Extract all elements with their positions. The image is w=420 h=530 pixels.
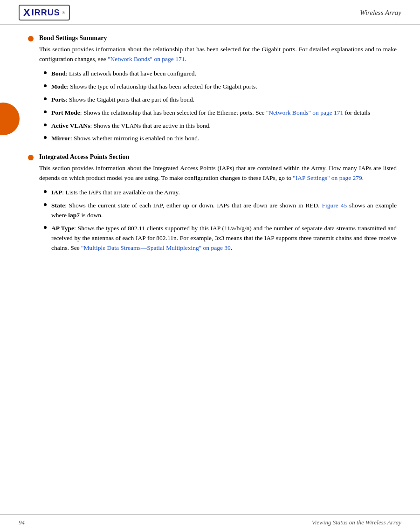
bullet-dot	[44, 110, 47, 113]
iap-sub-bullets: IAP: Lists the IAPs that are available o…	[44, 188, 397, 253]
orange-bullet-bond	[28, 36, 34, 41]
list-item: IAP: Lists the IAPs that are available o…	[44, 188, 397, 198]
bond-settings-desc: This section provides information about …	[39, 45, 397, 64]
iap-section: Integrated Access Points Section This se…	[28, 153, 397, 256]
footer-section-title: Viewing Status on the Wireless Array	[312, 519, 401, 526]
bond-item-mode: Mode: Shows the type of relationship tha…	[51, 82, 257, 92]
bond-item-mirror: Mirror: Shows whether mirroring is enabl…	[51, 134, 199, 144]
page-footer: 94 Viewing Status on the Wireless Array	[0, 514, 420, 530]
main-content: Bond Settings Summary This section provi…	[0, 25, 420, 272]
list-item: Ports: Shows the Gigabit ports that are …	[44, 95, 397, 105]
iap-desc: This section provides information about …	[39, 164, 397, 183]
iap-content: Integrated Access Points Section This se…	[39, 153, 397, 256]
figure45-link[interactable]: Figure 45	[322, 202, 347, 209]
bond-sub-bullets: Bond: Lists all network bonds that have …	[44, 69, 397, 144]
iap-item-ap-type: AP Type: Shows the types of 802.11 clien…	[51, 224, 397, 253]
bond-settings-title: Bond Settings Summary	[39, 34, 397, 42]
iap-title: Integrated Access Points Section	[39, 153, 397, 161]
logo-reg: ®	[62, 10, 65, 15]
logo-x: X	[23, 7, 30, 19]
bullet-dot	[44, 136, 47, 139]
streams-link[interactable]: "Multiple Data Streams—Spatial Multiplex…	[81, 244, 231, 251]
bullet-dot	[44, 226, 47, 229]
bond-item-ports: Ports: Shows the Gigabit ports that are …	[51, 95, 194, 105]
list-item: Mirror: Shows whether mirroring is enabl…	[44, 134, 397, 144]
bond-settings-content: Bond Settings Summary This section provi…	[39, 34, 397, 147]
bond-item-port-mode: Port Mode: Shows the relationship that h…	[51, 108, 370, 118]
list-item: Mode: Shows the type of relationship tha…	[44, 82, 397, 92]
list-item: AP Type: Shows the types of 802.11 clien…	[44, 224, 397, 253]
footer-page-number: 94	[19, 519, 25, 526]
bullet-dot	[44, 124, 47, 126]
list-item: Port Mode: Shows the relationship that h…	[44, 108, 397, 118]
bond-item-bond: Bond: Lists all network bonds that have …	[51, 69, 196, 79]
bullet-dot	[44, 71, 47, 74]
page-header: XIRRUS® Wireless Array	[0, 0, 420, 25]
list-item: Bond: Lists all network bonds that have …	[44, 69, 397, 79]
list-item: State: Shows the current state of each I…	[44, 201, 397, 220]
bullet-dot	[44, 84, 47, 87]
list-item: Active VLANs: Shows the VLANs that are a…	[44, 121, 397, 131]
logo-box: XIRRUS®	[19, 5, 70, 21]
iap-item-iap: IAP: Lists the IAPs that are available o…	[51, 188, 180, 198]
header-title: Wireless Array	[360, 9, 401, 17]
bullet-dot	[44, 97, 47, 100]
logo-irrus: IRRUS	[32, 8, 60, 18]
bond-settings-section: Bond Settings Summary This section provi…	[28, 34, 397, 147]
iap-item-state: State: Shows the current state of each I…	[51, 201, 397, 220]
bullet-dot	[44, 203, 47, 206]
bond-item-vlans: Active VLANs: Shows the VLANs that are a…	[51, 121, 211, 131]
port-mode-link[interactable]: "Network Bonds" on page 171	[266, 109, 344, 116]
orange-bullet-iap	[28, 155, 34, 160]
logo-area: XIRRUS®	[19, 5, 70, 21]
bond-settings-link[interactable]: "Network Bonds" on page 171	[108, 55, 185, 62]
iap-settings-link[interactable]: "IAP Settings" on page 279	[293, 174, 362, 181]
bullet-dot	[44, 190, 47, 193]
